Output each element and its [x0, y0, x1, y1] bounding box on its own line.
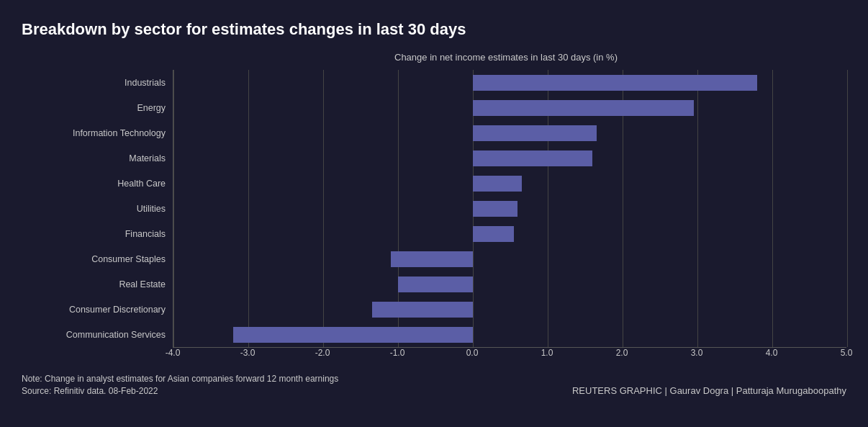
- x-tick-label: -3.0: [240, 348, 256, 358]
- bar: [473, 176, 522, 192]
- x-tick-label: -4.0: [166, 348, 181, 358]
- main-container: Breakdown by sector for estimates change…: [0, 0, 868, 427]
- y-label: Consumer Discretionary: [22, 297, 173, 322]
- bar-row: [173, 246, 846, 271]
- bar-row: [173, 221, 846, 246]
- bar: [473, 150, 592, 166]
- bar: [233, 327, 473, 343]
- bar-row: [173, 120, 846, 145]
- x-axis-container: -4.0-3.0-2.0-1.00.01.02.03.04.05.0: [173, 348, 846, 364]
- y-label: Consumer Staples: [22, 246, 173, 271]
- x-tick-label: 2.0: [616, 348, 628, 358]
- bar-row: [173, 297, 846, 322]
- bar-row: [173, 95, 846, 120]
- y-label: Health Care: [22, 171, 173, 196]
- bar: [473, 100, 694, 116]
- bar: [473, 226, 514, 242]
- y-label: Energy: [22, 95, 173, 120]
- x-tick-label: 3.0: [691, 348, 703, 358]
- bar: [473, 75, 757, 91]
- grid-line: [847, 70, 848, 347]
- footnotes: Note: Change in analyst estimates for As…: [22, 374, 846, 396]
- bar: [391, 251, 473, 267]
- x-tick-label: 0.0: [466, 348, 479, 358]
- bar-row: [173, 196, 846, 221]
- chart-wrapper: IndustrialsEnergyInformation TechnologyM…: [22, 70, 846, 364]
- chart-area: Change in net income estimates in last 3…: [22, 52, 846, 396]
- y-label: Financials: [22, 221, 173, 246]
- y-labels: IndustrialsEnergyInformation TechnologyM…: [22, 70, 173, 348]
- bar: [398, 277, 473, 292]
- x-tick-label: 1.0: [541, 348, 553, 358]
- reuters-credit: REUTERS GRAPHIC | Gaurav Dogra | Pattura…: [572, 385, 846, 396]
- bar-row: [173, 70, 846, 95]
- y-label: Communication Services: [22, 322, 173, 347]
- x-tick-label: -1.0: [390, 348, 405, 358]
- bar-row: [173, 171, 846, 196]
- footnote-note: Note: Change in analyst estimates for As…: [22, 374, 338, 384]
- bar-row: [173, 271, 846, 297]
- y-label: Materials: [22, 145, 173, 171]
- footnote-source: Source: Refinitiv data. 08-Feb-2022: [22, 386, 338, 396]
- footnote-group: Note: Change in analyst estimates for As…: [22, 374, 338, 396]
- bar: [473, 201, 517, 217]
- bar-row: [173, 322, 846, 347]
- y-label: Industrials: [22, 70, 173, 95]
- x-tick-label: 5.0: [841, 348, 853, 358]
- bar: [372, 302, 473, 318]
- footer-row: Note: Change in analyst estimates for As…: [22, 374, 846, 396]
- bar-row: [173, 145, 846, 171]
- y-label: Real Estate: [22, 271, 173, 297]
- y-label: Utilities: [22, 196, 173, 221]
- x-tick-label: 4.0: [766, 348, 778, 358]
- page-title: Breakdown by sector for estimates change…: [22, 20, 846, 39]
- chart-subtitle: Change in net income estimates in last 3…: [166, 52, 846, 63]
- bars-canvas: [173, 70, 846, 348]
- bar: [473, 125, 597, 141]
- bars-section: IndustrialsEnergyInformation TechnologyM…: [22, 70, 846, 348]
- y-label: Information Technology: [22, 120, 173, 145]
- x-tick-label: -2.0: [315, 348, 330, 358]
